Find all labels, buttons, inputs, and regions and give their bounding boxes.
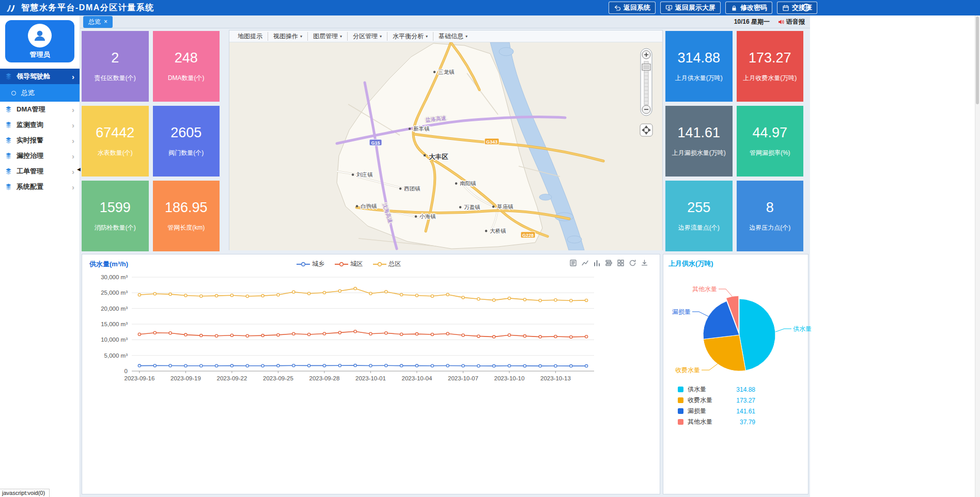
toolbox-line-chart-icon[interactable] xyxy=(581,259,589,269)
stat-label: 边界流量点(个) xyxy=(678,223,720,232)
map-tool-zone-management[interactable]: 分区管理▾ xyxy=(347,32,387,41)
toolbox-download-icon[interactable] xyxy=(641,259,648,269)
sidebar-item-leakage-control[interactable]: 漏控治理› xyxy=(0,148,80,164)
sidebar-collapse-handle[interactable]: ◀ xyxy=(77,167,81,172)
map-tool-view-operations[interactable]: 视图操作▾ xyxy=(268,32,307,41)
map-svg[interactable]: 盐洛高速沈海高速G15G343G228三龙镇新丰镇刘庄镇西团镇南阳镇白驹镇万盈镇… xyxy=(229,42,662,250)
chevron-right-icon: › xyxy=(72,73,74,81)
toolbox-data-view-icon[interactable] xyxy=(569,259,577,269)
return-display-screen-button[interactable]: 返回展示大屏 xyxy=(660,2,721,14)
chevron-down-icon: ▾ xyxy=(465,34,468,39)
change-password-button[interactable]: 修改密码 xyxy=(725,2,772,14)
layers-icon xyxy=(5,183,12,190)
svg-text:2023-10-13: 2023-10-13 xyxy=(540,375,571,381)
svg-text:G228: G228 xyxy=(522,233,534,238)
toolbox-bar-chart-icon[interactable] xyxy=(593,259,601,269)
stat-label: 边界压力点(个) xyxy=(749,223,790,232)
stat-label: 责任区数量(个) xyxy=(95,74,136,83)
sidebar-item-system-configuration[interactable]: 系统配置› xyxy=(0,179,80,195)
layers-icon xyxy=(5,152,12,159)
toolbox-restore-icon[interactable] xyxy=(629,259,636,269)
legend-label: 城乡 xyxy=(312,260,324,268)
stat-value: 141.61 xyxy=(677,125,720,141)
map-canvas[interactable]: 盐洛高速沈海高速G15G343G228三龙镇新丰镇刘庄镇西团镇南阳镇白驹镇万盈镇… xyxy=(229,42,662,250)
user-icon xyxy=(32,28,48,43)
legend-label: 城区 xyxy=(350,260,363,268)
stat-card-dma-count: 248DMA数量(个) xyxy=(153,31,220,102)
stat-card-fire-hydrants: 1599消防栓数量(个) xyxy=(82,181,149,251)
legend-marker-icon xyxy=(297,262,310,267)
legend-item-总区[interactable]: 总区 xyxy=(373,260,401,268)
pie-chart[interactable]: 供水量收费水量漏损量其他水量 xyxy=(668,268,803,383)
page-scrollbar[interactable] xyxy=(975,15,980,497)
header-circle-icon[interactable] xyxy=(802,4,810,11)
stat-card-water-meters: 67442水表数量(个) xyxy=(82,106,149,177)
zoom-out-button[interactable] xyxy=(642,105,650,114)
map-tool-basic-info[interactable]: 基础信息▾ xyxy=(433,32,473,41)
voice-alert-button[interactable]: 语音报 xyxy=(778,18,805,26)
chart-header: 供水量(m³/h) 城乡城区总区 xyxy=(82,254,660,269)
tab-overview[interactable]: 总览 × xyxy=(83,16,113,28)
zoom-in-button[interactable] xyxy=(642,51,650,59)
stat-label: DMA数量(个) xyxy=(168,74,205,83)
svg-text:新丰镇: 新丰镇 xyxy=(413,125,430,132)
legend-item-城区[interactable]: 城区 xyxy=(335,260,363,268)
map-tool-map-tip[interactable]: 地图提示 xyxy=(232,32,268,41)
map-zoom-control[interactable] xyxy=(637,47,655,148)
return-system-button[interactable]: 返回系统 xyxy=(609,2,656,14)
legend-marker-icon xyxy=(335,262,348,267)
legend-item-城乡[interactable]: 城乡 xyxy=(297,260,324,268)
page-title: 智慧水务平台-DMA分区计量系统 xyxy=(21,3,154,13)
voice-alert-label: 语音报 xyxy=(786,18,805,26)
map-tool-label: 基础信息 xyxy=(439,32,463,41)
stat-card-network-loss-rate: 44.97管网漏损率(%) xyxy=(737,106,804,177)
stat-value: 314.88 xyxy=(677,50,720,66)
header-button-label: 返回展示大屏 xyxy=(675,3,715,12)
chevron-right-icon: › xyxy=(72,168,74,175)
stat-label: 管网长度(km) xyxy=(167,223,205,232)
svg-text:2023-09-19: 2023-09-19 xyxy=(170,375,201,381)
pie-slice-label: 其他水量 xyxy=(692,285,717,293)
pie-chart-title: 上月供水(万吨) xyxy=(668,260,713,267)
speaker-icon xyxy=(778,19,784,25)
chevron-right-icon: › xyxy=(72,121,74,129)
toolbox-stack-icon[interactable] xyxy=(605,259,613,269)
pie-slice-供水量[interactable] xyxy=(739,299,775,371)
sidebar-item-realtime-alarm[interactable]: 实时报警› xyxy=(0,133,80,148)
sidebar-item-dma-management[interactable]: DMA管理› xyxy=(0,102,80,117)
svg-text:大桥镇: 大桥镇 xyxy=(490,228,506,234)
stat-label: 上月漏损水量(万吨) xyxy=(672,149,726,157)
stat-label: 上月供水量(万吨) xyxy=(675,74,723,83)
sidebar-item-leadership-cockpit[interactable]: 领导驾驶舱› xyxy=(0,69,80,84)
sidebar-item-work-order-management[interactable]: 工单管理› xyxy=(0,164,80,179)
scrollbar-thumb[interactable] xyxy=(976,17,979,104)
sidebar-subitem-overview[interactable]: 总览 xyxy=(0,84,80,102)
header-actions: 返回系统返回展示大屏修改密码交接班 xyxy=(609,0,817,15)
shift-handover-button[interactable]: 交接班 xyxy=(777,2,817,14)
legend-label: 总区 xyxy=(388,260,401,268)
pie-legend-item-供水量[interactable]: 供水量314.88 xyxy=(678,385,755,394)
map-tool-water-balance-analysis[interactable]: 水平衡分析▾ xyxy=(387,32,433,41)
line-chart[interactable]: 05,000 m³10,000 m³15,000 m³20,000 m³25,0… xyxy=(82,269,660,388)
line-chart-title: 供水量(m³/h) xyxy=(89,260,128,269)
pie-legend-item-其他水量[interactable]: 其他水量37.79 xyxy=(678,418,755,426)
svg-text:小海镇: 小海镇 xyxy=(419,213,436,219)
map-tool-layer-management[interactable]: 图层管理▾ xyxy=(307,32,347,41)
svg-text:10,000 m³: 10,000 m³ xyxy=(101,336,128,343)
svg-text:2023-09-16: 2023-09-16 xyxy=(124,375,154,381)
stats-left-grid: 2责任区数量(个)248DMA数量(个)67442水表数量(个)2605阀门数量… xyxy=(82,31,220,251)
pie-legend-item-收费水量[interactable]: 收费水量173.27 xyxy=(678,396,755,405)
sidebar-item-monitoring-query[interactable]: 监测查询› xyxy=(0,117,80,133)
layers-icon xyxy=(5,121,12,129)
stat-card-boundary-pressure-points: 8边界压力点(个) xyxy=(737,181,804,251)
map-pan-control[interactable] xyxy=(640,124,652,136)
layers-icon xyxy=(5,106,12,113)
pie-legend-item-漏损量[interactable]: 漏损量141.61 xyxy=(678,407,755,415)
zoom-slider-handle[interactable] xyxy=(642,64,650,70)
pie-slice-收费水量[interactable] xyxy=(704,335,746,371)
tab-close-icon[interactable]: × xyxy=(104,19,107,25)
bullet-icon xyxy=(11,91,16,95)
toolbox-tiled-icon[interactable] xyxy=(617,259,625,269)
svg-text:大丰区: 大丰区 xyxy=(429,153,448,161)
legend-marker-icon xyxy=(373,262,386,267)
